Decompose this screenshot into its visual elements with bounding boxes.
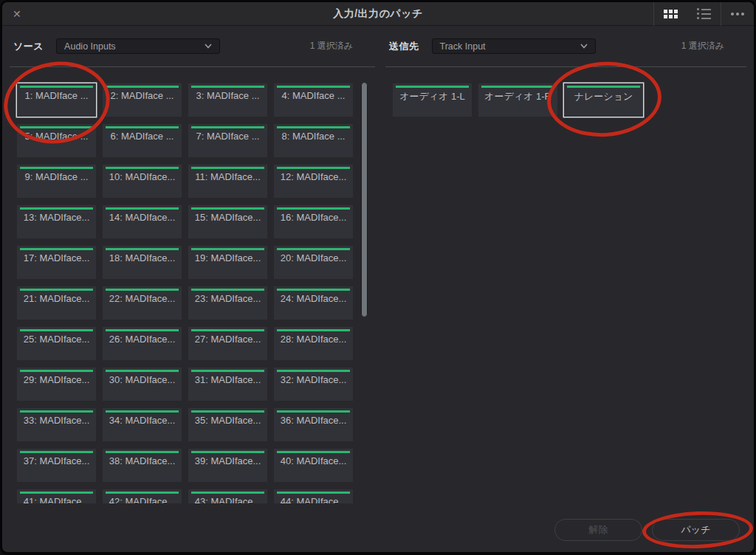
tile-label: 13: MADIface... xyxy=(18,212,94,223)
source-patch-tile[interactable]: 38: MADIface... xyxy=(103,449,182,482)
source-patch-tile[interactable]: 40: MADIface... xyxy=(274,449,353,482)
tile-label: 10: MADIface... xyxy=(104,171,180,182)
source-patch-tile[interactable]: 12: MADIface... xyxy=(274,165,353,198)
source-patch-tile[interactable]: 32: MADIface... xyxy=(274,368,353,401)
tile-accent-bar xyxy=(20,126,93,128)
source-patch-tile[interactable]: 4: MADIface ... xyxy=(274,83,353,117)
tile-accent-bar xyxy=(191,126,264,128)
source-patch-tile[interactable]: 5: MADIface ... xyxy=(17,124,96,157)
source-patch-tile[interactable]: 23: MADIface... xyxy=(188,286,267,320)
source-patch-tile[interactable]: 6: MADIface ... xyxy=(103,124,182,157)
destination-patch-tile[interactable]: ナレーション xyxy=(564,83,643,117)
source-patch-tile[interactable]: 30: MADIface... xyxy=(103,368,182,401)
list-view-button[interactable] xyxy=(687,2,721,26)
source-patch-tile[interactable]: 44: MADIface... xyxy=(274,489,353,503)
source-scrollbar-thumb[interactable] xyxy=(361,82,368,317)
tile-label: 27: MADIface... xyxy=(190,334,266,345)
destination-label: 送信先 xyxy=(389,40,419,53)
source-patch-tile[interactable]: 37: MADIface... xyxy=(17,449,96,482)
destination-type-dropdown[interactable]: Track Input xyxy=(432,38,596,54)
tile-accent-bar xyxy=(106,370,179,372)
tile-label: オーディオ 1-R xyxy=(480,90,556,103)
source-patch-tile[interactable]: 18: MADIface... xyxy=(103,246,182,279)
tile-label: 44: MADIface... xyxy=(275,496,351,503)
tile-accent-bar xyxy=(191,370,264,372)
tile-label: 23: MADIface... xyxy=(190,293,266,304)
source-patch-tile[interactable]: 19: MADIface... xyxy=(188,246,267,279)
destination-panel: 送信先 Track Input 1 選択済み オーディオ xyxy=(385,26,746,503)
source-patch-tile[interactable]: 10: MADIface... xyxy=(103,165,182,198)
tile-accent-bar xyxy=(277,370,350,372)
destination-grid-viewport: オーディオ 1-L オーディオ 1-R ナレーション xyxy=(385,67,746,503)
tile-label: 1: MADIface ... xyxy=(18,90,94,101)
tile-label: 16: MADIface... xyxy=(275,212,351,223)
grid-view-button[interactable] xyxy=(654,2,687,26)
tile-label: 2: MADIface ... xyxy=(104,90,180,101)
tile-accent-bar xyxy=(20,86,93,88)
source-patch-tile[interactable]: 33: MADIface... xyxy=(17,408,96,441)
tile-accent-bar xyxy=(277,492,350,494)
source-patch-tile[interactable]: 8: MADIface ... xyxy=(274,124,353,157)
source-patch-tile[interactable]: 1: MADIface ... xyxy=(17,83,96,117)
source-patch-tile[interactable]: 29: MADIface... xyxy=(17,368,96,401)
options-button[interactable] xyxy=(721,2,754,26)
tile-label: オーディオ 1-L xyxy=(394,90,470,103)
tile-accent-bar xyxy=(277,410,350,413)
source-patch-tile[interactable]: 9: MADIface ... xyxy=(17,165,96,198)
source-patch-tile[interactable]: 36: MADIface... xyxy=(274,408,353,441)
tile-label: 40: MADIface... xyxy=(275,455,351,466)
source-patch-tile[interactable]: 11: MADIface... xyxy=(188,165,267,198)
source-patch-tile[interactable]: 22: MADIface... xyxy=(103,286,182,320)
source-patch-tile[interactable]: 35: MADIface... xyxy=(188,408,267,441)
dialog-body: ✕ 入力/出力のパッチ xyxy=(2,2,754,552)
list-view-icon xyxy=(697,8,711,19)
tile-label: 19: MADIface... xyxy=(190,252,266,263)
tile-accent-bar xyxy=(191,86,264,88)
source-patch-tile[interactable]: 21: MADIface... xyxy=(17,286,96,320)
dialog-content: ソース Audio Inputs 1 選択済み 1: MA xyxy=(2,26,754,503)
source-patch-tile[interactable]: 25: MADIface... xyxy=(17,327,96,360)
tile-accent-bar xyxy=(106,492,179,494)
source-patch-tile[interactable]: 26: MADIface... xyxy=(103,327,182,360)
source-patch-tile[interactable]: 41: MADIface... xyxy=(17,489,96,503)
tile-label: 29: MADIface... xyxy=(18,374,94,385)
tile-label: 5: MADIface ... xyxy=(18,131,94,142)
source-patch-tile[interactable]: 27: MADIface... xyxy=(188,327,267,360)
tile-accent-bar xyxy=(20,289,93,291)
source-patch-tile[interactable]: 42: MADIface... xyxy=(103,489,182,503)
tile-label: 33: MADIface... xyxy=(18,415,94,426)
source-patch-tile[interactable]: 31: MADIface... xyxy=(188,368,267,401)
source-patch-tile[interactable]: 39: MADIface... xyxy=(188,449,267,482)
source-patch-tile[interactable]: 17: MADIface... xyxy=(17,246,96,279)
source-patch-tile[interactable]: 13: MADIface... xyxy=(17,205,96,238)
tile-accent-bar xyxy=(106,167,179,169)
source-patch-tile[interactable]: 2: MADIface ... xyxy=(103,83,182,117)
tile-accent-bar xyxy=(277,329,350,331)
tile-label: 25: MADIface... xyxy=(18,334,94,345)
unpatch-button[interactable]: 解除 xyxy=(554,519,642,541)
tile-accent-bar xyxy=(191,289,264,291)
source-patch-tile[interactable]: 3: MADIface ... xyxy=(188,83,267,117)
source-patch-tile[interactable]: 15: MADIface... xyxy=(188,205,267,238)
tile-accent-bar xyxy=(191,329,264,331)
titlebar: ✕ 入力/出力のパッチ xyxy=(2,2,754,26)
source-patch-tile[interactable]: 24: MADIface... xyxy=(274,286,353,320)
dialog-title: 入力/出力のパッチ xyxy=(2,7,754,21)
destination-patch-tile[interactable]: オーディオ 1-L xyxy=(393,83,472,117)
patch-button[interactable]: パッチ xyxy=(652,519,740,541)
source-patch-tile[interactable]: 16: MADIface... xyxy=(274,205,353,238)
source-patch-tile[interactable]: 14: MADIface... xyxy=(103,205,182,238)
source-type-dropdown[interactable]: Audio Inputs xyxy=(56,38,220,54)
destination-patch-tile[interactable]: オーディオ 1-R xyxy=(478,83,557,117)
source-patch-tile[interactable]: 7: MADIface ... xyxy=(188,124,267,157)
tile-label: 21: MADIface... xyxy=(18,293,94,304)
source-patch-tile[interactable]: 28: MADIface... xyxy=(274,327,353,360)
source-patch-tile[interactable]: 34: MADIface... xyxy=(103,408,182,441)
tile-label: 4: MADIface ... xyxy=(275,90,351,101)
source-patch-tile[interactable]: 20: MADIface... xyxy=(274,246,353,279)
tile-label: 37: MADIface... xyxy=(18,455,94,466)
tile-label: 43: MADIface... xyxy=(190,496,266,503)
source-patch-tile[interactable]: 43: MADIface... xyxy=(188,489,267,503)
tile-accent-bar xyxy=(277,207,350,210)
tile-label: 32: MADIface... xyxy=(275,374,351,385)
